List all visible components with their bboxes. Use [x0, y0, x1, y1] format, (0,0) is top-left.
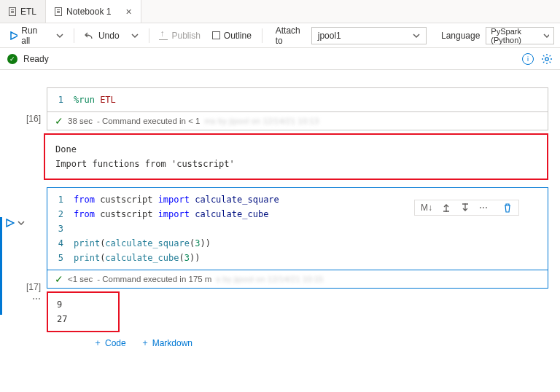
code-input[interactable]: 1 %run ETL [47, 87, 548, 112]
more-icon[interactable]: ⋯ [479, 203, 488, 213]
cell-toolbar: M↓ ⋯ [414, 200, 519, 216]
attach-value: jpool1 [318, 31, 341, 41]
exec-meta: ✓ 38 sec - Command executed in < 1 ms by… [47, 112, 548, 130]
undo-label: Undo [98, 31, 120, 41]
outline-button[interactable]: Outline [208, 28, 256, 44]
publish-button[interactable]: Publish [155, 28, 204, 44]
output-line: 9 [57, 297, 109, 312]
chevron-down-icon [131, 32, 139, 39]
selected-indicator [0, 217, 2, 315]
gear-icon[interactable] [541, 53, 553, 65]
cell-output: Done Import functions from 'custscript' [44, 133, 548, 180]
status-text: Ready [23, 54, 49, 64]
add-code-button[interactable]: ＋Code [93, 337, 126, 349]
language-label: Language [441, 31, 480, 41]
check-icon: ✓ [55, 273, 63, 285]
run-all-button[interactable]: Run all [6, 23, 49, 49]
language-value: PySpark (Python) [491, 27, 542, 44]
output-line: 27 [57, 312, 109, 326]
svg-point-0 [545, 57, 548, 60]
notebook-icon [9, 7, 16, 16]
exec-count: [17] [26, 282, 41, 292]
notebook-content: [16] 1 %run ETL ✓ 38 sec - Command execu… [0, 70, 560, 392]
status-bar: ✓ Ready i [0, 48, 560, 70]
convert-markdown-button[interactable]: M↓ [421, 203, 432, 213]
divider [74, 28, 74, 43]
run-dropdown[interactable] [52, 29, 68, 42]
attach-select[interactable]: jpool1 [311, 27, 427, 44]
info-icon[interactable]: i [522, 53, 534, 65]
publish-icon [159, 31, 168, 40]
run-cell-dropdown[interactable] [18, 219, 25, 227]
play-icon [10, 31, 18, 40]
close-icon[interactable]: × [125, 6, 131, 17]
move-down-icon[interactable] [460, 203, 470, 213]
tab-label: ETL [20, 7, 36, 17]
undo-icon [85, 31, 95, 40]
divider [262, 28, 262, 43]
outline-icon [212, 31, 220, 39]
plus-icon: ＋ [141, 337, 149, 349]
undo-dropdown[interactable] [127, 29, 143, 42]
chevron-down-icon [543, 32, 549, 39]
cell-output: 9 27 [47, 291, 120, 332]
cell-16: [16] 1 %run ETL ✓ 38 sec - Command execu… [12, 87, 548, 183]
add-markdown-button[interactable]: ＋Markdown [141, 337, 192, 349]
run-cell-button[interactable] [6, 219, 15, 227]
outline-label: Outline [224, 31, 252, 41]
line-number: 1 [55, 93, 63, 107]
exec-count: [16] [26, 114, 41, 124]
tab-notebook1[interactable]: Notebook 1 × [46, 0, 141, 23]
chevron-down-icon [56, 32, 63, 39]
notebook-icon [55, 7, 62, 16]
publish-label: Publish [171, 31, 200, 41]
language-select[interactable]: PySpark (Python) [486, 27, 554, 44]
tab-bar: ETL Notebook 1 × [0, 0, 560, 23]
move-up-icon[interactable] [441, 203, 451, 213]
check-icon: ✓ [55, 115, 63, 127]
status-ok-icon: ✓ [7, 54, 18, 64]
exec-dots: ⋯ [32, 294, 41, 304]
tab-label: Notebook 1 [66, 7, 111, 17]
undo-button[interactable]: Undo [80, 28, 124, 44]
tab-etl[interactable]: ETL [0, 0, 46, 23]
trash-icon[interactable] [502, 203, 513, 213]
toolbar: Run all Undo Publish Outline Attach to j… [0, 23, 560, 48]
divider [149, 28, 149, 43]
plus-icon: ＋ [93, 337, 102, 349]
output-line: Done [55, 142, 537, 157]
exec-meta: ✓ <1 sec - Command executed in 175 m s b… [47, 270, 548, 289]
attach-label: Attach to [276, 26, 306, 46]
output-line: Import functions from 'custscript' [55, 157, 537, 171]
run-all-label: Run all [21, 26, 44, 46]
chevron-down-icon [413, 32, 420, 39]
